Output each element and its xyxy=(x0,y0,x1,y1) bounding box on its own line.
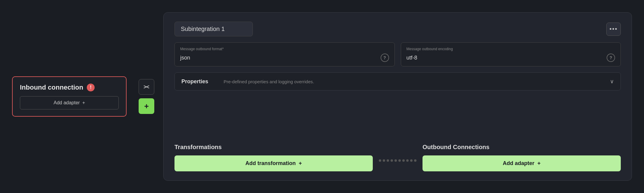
add-circle-button[interactable]: + xyxy=(139,98,154,114)
transformations-col: Transformations Add transformation + xyxy=(174,144,373,171)
format-field-value-row: json ? xyxy=(180,54,389,62)
format-help-icon[interactable]: ? xyxy=(381,54,389,62)
dot-10 xyxy=(414,159,416,162)
subintegration-title[interactable]: Subintegration 1 xyxy=(174,22,253,36)
add-outbound-label: Add adapter xyxy=(503,160,534,167)
more-options-button[interactable]: ••• xyxy=(606,23,621,36)
add-transformation-button[interactable]: Add transformation + xyxy=(174,155,373,171)
encoding-help-icon[interactable]: ? xyxy=(607,54,615,62)
error-icon: ! xyxy=(87,84,95,91)
add-transformation-plus-icon: + xyxy=(299,160,302,167)
inbound-card: Inbound connection ! Add adapter + xyxy=(12,76,127,117)
add-transformation-label: Add transformation xyxy=(245,160,296,167)
encoding-field-label: Message outbound encoding xyxy=(407,47,615,51)
dot-1 xyxy=(379,159,381,162)
inbound-title: Inbound connection xyxy=(20,84,83,91)
encoding-field-value: utf-8 xyxy=(407,55,417,61)
chevron-down-icon: ∨ xyxy=(610,78,614,85)
dot-4 xyxy=(391,159,393,162)
panel-header: Subintegration 1 ••• xyxy=(174,22,621,36)
dot-9 xyxy=(410,159,413,162)
main-panel: Subintegration 1 ••• Message outbound fo… xyxy=(163,12,632,181)
filter-button[interactable] xyxy=(139,79,154,95)
canvas: Inbound connection ! Add adapter + + Sub… xyxy=(0,0,644,193)
transformations-title: Transformations xyxy=(174,144,373,151)
add-outbound-adapter-button[interactable]: Add adapter + xyxy=(423,155,621,171)
inbound-card-header: Inbound connection ! xyxy=(20,84,119,91)
bottom-section: Transformations Add transformation + xyxy=(174,144,621,171)
middle-controls: + xyxy=(139,79,154,114)
add-adapter-label: Add adapter xyxy=(54,100,80,106)
format-field-label: Message outbound format* xyxy=(180,47,389,51)
add-adapter-plus-icon: + xyxy=(82,100,85,106)
dot-6 xyxy=(398,159,401,162)
outbound-title: Outbound Connections xyxy=(423,144,621,151)
dots-separator xyxy=(373,159,423,162)
properties-description: Pre-defined properties and logging overr… xyxy=(224,79,604,84)
encoding-field-value-row: utf-8 ? xyxy=(407,54,615,62)
left-section: Inbound connection ! Add adapter + + xyxy=(12,76,154,117)
format-field-group: Message outbound format* json ? xyxy=(174,42,395,66)
dot-7 xyxy=(402,159,405,162)
format-field-value: json xyxy=(180,55,190,61)
add-outbound-plus-icon: + xyxy=(537,160,541,167)
dot-5 xyxy=(394,159,397,162)
filter-icon xyxy=(143,84,149,90)
encoding-field-group: Message outbound encoding utf-8 ? xyxy=(401,42,621,66)
properties-row[interactable]: Properties Pre-defined properties and lo… xyxy=(174,72,621,90)
dot-2 xyxy=(383,159,385,162)
fields-row: Message outbound format* json ? Message … xyxy=(174,42,621,66)
properties-title: Properties xyxy=(181,78,218,85)
dot-8 xyxy=(406,159,409,162)
outbound-col: Outbound Connections Add adapter + xyxy=(423,144,621,171)
cross-filter-icon xyxy=(143,84,149,90)
add-adapter-button[interactable]: Add adapter + xyxy=(20,96,119,109)
dot-3 xyxy=(387,159,389,162)
add-circle-plus-icon: + xyxy=(144,102,149,111)
